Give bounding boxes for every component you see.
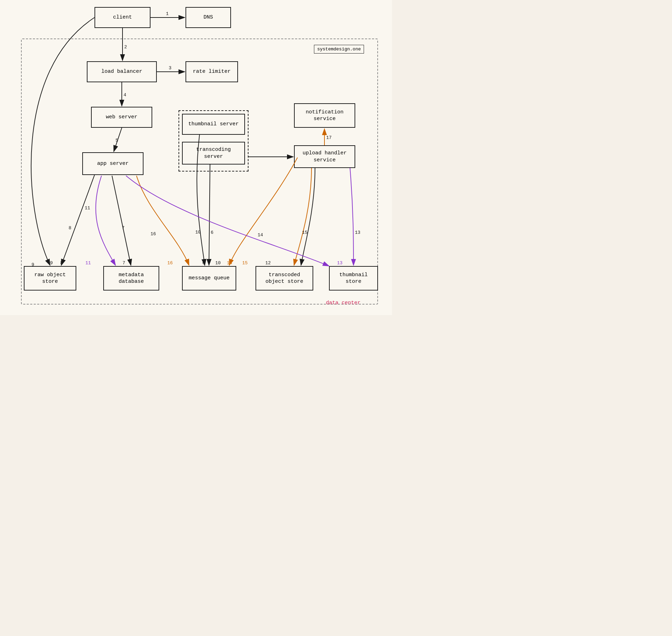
svg-text:1: 1 (166, 11, 169, 16)
notification-service-box: notification service (294, 103, 355, 128)
app-server-box: app server (82, 152, 144, 175)
metadata-database-box: metadata database (103, 266, 159, 291)
load-balancer-box: load balancer (87, 61, 157, 82)
web-server-box: web server (91, 107, 152, 128)
thumbnail-server-box: thumbnail server (182, 114, 245, 135)
upload-handler-box: upload handler service (294, 145, 355, 168)
transcoding-server-box: transcoding server (182, 142, 245, 165)
thumbnail-store-box: thumbnail store (329, 266, 378, 291)
message-queue-box: message queue (182, 266, 236, 291)
rate-limiter-box: rate limiter (186, 61, 238, 82)
raw-object-store-box: raw object store (24, 266, 76, 291)
dns-box: DNS (186, 7, 231, 28)
transcoded-object-store-box: transcoded object store (255, 266, 313, 291)
client-box: client (94, 7, 150, 28)
datacenter-label: data center (326, 300, 360, 306)
brand-label: systemdesign.one (314, 45, 364, 54)
diagram: systemdesign.one data center client DNS … (0, 0, 392, 315)
